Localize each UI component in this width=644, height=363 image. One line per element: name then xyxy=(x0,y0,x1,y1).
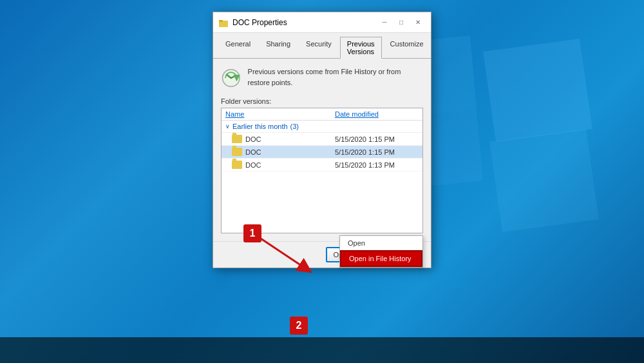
title-bar: DOC Properties ─ □ ✕ xyxy=(213,12,431,33)
svg-marker-0 xyxy=(483,39,592,142)
title-folder-icon xyxy=(218,17,229,28)
file-row[interactable]: DOC 5/15/2020 1:13 PM xyxy=(222,159,422,172)
column-name[interactable]: Name xyxy=(225,110,335,118)
file-row[interactable]: DOC 5/15/2020 1:15 PM xyxy=(222,133,422,146)
open-in-file-history-menu-item[interactable]: Open in File History xyxy=(340,250,422,267)
file-date: 5/15/2020 1:15 PM xyxy=(335,135,419,143)
badge-1: 1 xyxy=(243,224,261,242)
file-date: 5/15/2020 1:13 PM xyxy=(335,161,419,169)
file-history-icon xyxy=(221,66,242,90)
tab-general[interactable]: General xyxy=(218,37,258,58)
file-name: DOC xyxy=(245,161,335,169)
svg-marker-1 xyxy=(489,129,599,232)
group-count: (3) xyxy=(290,123,299,130)
group-chevron: ∨ xyxy=(225,123,230,130)
taskbar xyxy=(0,337,644,363)
file-list-header: Name Date modified xyxy=(222,108,422,121)
folder-versions-label: Folder versions: xyxy=(221,97,423,105)
minimize-button[interactable]: ─ xyxy=(377,16,392,29)
file-name: DOC xyxy=(245,135,335,143)
folder-icon xyxy=(232,135,242,143)
folder-icon xyxy=(232,148,242,156)
info-section: Previous versions come from File History… xyxy=(221,66,423,90)
file-row[interactable]: DOC 5/15/2020 1:15 PM xyxy=(222,146,422,159)
file-date: 5/15/2020 1:15 PM xyxy=(335,148,419,156)
tab-security[interactable]: Security xyxy=(299,37,339,58)
open-menu-item[interactable]: Open xyxy=(340,236,422,250)
tab-previous-versions[interactable]: Previous Versions xyxy=(340,37,382,59)
info-description: Previous versions come from File History… xyxy=(248,66,423,88)
svg-rect-5 xyxy=(219,20,223,22)
maximize-button[interactable]: □ xyxy=(393,16,409,29)
column-date-modified[interactable]: Date modified xyxy=(335,110,419,118)
title-bar-controls: ─ □ ✕ xyxy=(377,16,426,29)
open-dropdown-menu: Open Open in File History xyxy=(339,235,423,268)
file-list-container[interactable]: Name Date modified ∨ Earlier this month … xyxy=(221,108,423,233)
dialog-title: DOC Properties xyxy=(232,18,377,27)
badge-2: 2 xyxy=(290,317,308,335)
folder-icon xyxy=(232,161,242,169)
tab-sharing[interactable]: Sharing xyxy=(259,37,298,58)
tab-customize[interactable]: Customize xyxy=(383,37,431,58)
close-button[interactable]: ✕ xyxy=(410,16,426,29)
tabs-container: General Sharing Security Previous Versio… xyxy=(213,33,431,59)
group-header[interactable]: ∨ Earlier this month (3) xyxy=(222,121,422,133)
dialog-buttons: Open ▾ Restore ▾ Open Open in File Histo… xyxy=(213,241,431,268)
dialog-content: Previous versions come from File History… xyxy=(213,59,431,241)
group-label: Earlier this month xyxy=(232,123,288,130)
file-name: DOC xyxy=(245,148,335,156)
